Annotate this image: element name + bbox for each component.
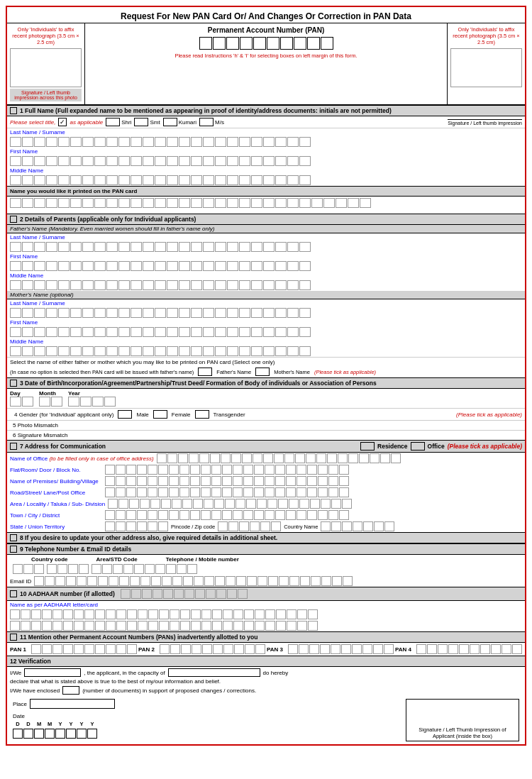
residence-checkbox[interactable] (360, 442, 375, 451)
middle-name-label: Middle Name (7, 167, 525, 175)
first-name-input (7, 155, 525, 167)
kumari-checkbox[interactable] (163, 118, 177, 126)
flat-label: Flat/Room/ Door / Block No. (10, 467, 102, 473)
place-input[interactable] (30, 699, 115, 709)
father-first-name-input (7, 260, 525, 272)
email-label: Email ID (10, 578, 31, 585)
fathers-name-checkbox[interactable] (198, 368, 212, 376)
place-row: Place (13, 699, 400, 709)
pan-center: Permanent Account Number (PAN) Please re… (85, 23, 447, 104)
town-input (105, 510, 522, 520)
flat-input (105, 465, 522, 475)
road-input (105, 487, 522, 497)
last-name-input (7, 136, 525, 148)
father-last-name-label: Last Name / Surname (7, 233, 525, 241)
pan-box[interactable] (213, 37, 226, 50)
year-label: Year (68, 390, 80, 397)
num-docs-input[interactable] (62, 686, 79, 695)
title-checked[interactable]: ✓ (58, 118, 67, 126)
pan-box[interactable] (240, 37, 253, 50)
pan2-input (160, 644, 265, 654)
area-label: Area / Locality / Taluka / Sub- Division (10, 501, 105, 507)
phone-boxes-row (10, 564, 522, 574)
pan-box[interactable] (294, 37, 306, 50)
smt-option: Smt (134, 118, 160, 126)
photo-box-left: Only 'Individuals' to affix recent photo… (7, 23, 85, 104)
country-input (321, 521, 394, 531)
name-print-input (7, 197, 525, 209)
date-label: Date (13, 713, 400, 719)
mothers-name-checkbox[interactable] (255, 368, 270, 376)
area-row: Area / Locality / Taluka / Sub- Division (7, 498, 525, 509)
email-row: Email ID (7, 575, 525, 587)
pan-box[interactable] (307, 37, 320, 50)
mother-middle-name-label: Middle Name (7, 338, 525, 346)
ms-option: M/s (199, 118, 224, 126)
aadhaar-name-input2 (7, 620, 525, 631)
shri-checkbox[interactable] (106, 118, 120, 126)
telephone-input (92, 564, 197, 574)
female-checkbox[interactable] (153, 410, 167, 419)
section10-checkbox[interactable] (10, 590, 17, 597)
office-checkbox[interactable] (411, 442, 425, 451)
section9-header: 9 Telephone Number & Email ID details (7, 543, 525, 555)
title-label: Please select title, (10, 119, 55, 126)
iwe-input[interactable] (24, 668, 81, 677)
declare-row: declare that what is stated above is tru… (10, 678, 522, 685)
place-date-col: Place Date D D M M Y Y Y Y (13, 699, 400, 739)
section8-checkbox[interactable] (10, 534, 17, 541)
section11-header: 11 Mention other Permanent Account Numbe… (7, 631, 525, 643)
pan-box[interactable] (321, 37, 333, 50)
office-note: (to be filled only in case of office add… (49, 455, 153, 462)
state-label: State / Union Territory (10, 524, 102, 530)
section1-header: 1 Full Name (Full expanded name to be me… (7, 105, 525, 116)
year-boxes (68, 397, 116, 407)
flat-row: Flat/Room/ Door / Block No. (7, 464, 525, 475)
aadhaar-name-label: Name as per AADHAAR letter/card (7, 601, 525, 609)
middle-name-input (7, 175, 525, 186)
mother-header: Mother's Name (optional) (7, 291, 525, 299)
town-label: Town / City / District (10, 512, 102, 519)
sig-box-right: Signature / Left Thumb Impression of App… (406, 699, 519, 741)
name-of-office-row: Name of Office (to be filled only in cas… (7, 453, 525, 464)
section9-checkbox[interactable] (10, 546, 17, 553)
bottom-section: Place Date D D M M Y Y Y Y (10, 697, 522, 743)
ms-checkbox[interactable] (199, 118, 214, 126)
country-label: Country Name (284, 524, 318, 530)
transgender-checkbox[interactable] (195, 410, 209, 419)
name-print-label: Name you would like it printed on the PA… (7, 186, 525, 197)
sig-bar-left: Signature / Left thumb impression across… (10, 89, 82, 101)
state-input (105, 521, 168, 531)
as-applicable: as applicable (70, 119, 103, 126)
form-title: Request For New PAN Card Or/ And Changes… (7, 7, 525, 23)
pan-box[interactable] (267, 37, 279, 50)
section5-row: 5 Photo Mismatch (7, 420, 525, 430)
sig-right: Signature / Left thumb impression (448, 119, 522, 126)
pan-box[interactable] (226, 37, 239, 50)
date-row: Date D D M M Y Y Y Y (13, 713, 400, 739)
section11-checkbox[interactable] (10, 634, 17, 641)
dob-section: Day Month Year (7, 389, 525, 408)
section2-checkbox[interactable] (10, 216, 17, 223)
verification-section: I/We , the applicant, in the capacity of… (7, 667, 525, 744)
male-checkbox[interactable] (118, 410, 132, 419)
shri-option: Shri (106, 118, 131, 126)
mother-first-name-input (7, 326, 525, 338)
pan-box[interactable] (253, 37, 266, 50)
enclosed-row: I/We have enclosed (number of documents)… (10, 686, 522, 695)
capacity-input[interactable] (168, 668, 260, 677)
section6-row: 6 Signature Mismatch (7, 430, 525, 440)
pan-box[interactable] (280, 37, 293, 50)
father-middle-name-label: Middle Name (7, 272, 525, 280)
section3-checkbox[interactable] (10, 380, 17, 387)
section1-checkbox[interactable] (10, 107, 17, 114)
mother-last-name-label: Last Name / Surname (7, 299, 525, 307)
state-pincode-row: State / Union Territory Pincode / Zip co… (7, 521, 525, 532)
photo-box-right: Only 'Individuals' to affix recent photo… (447, 23, 525, 104)
month-label: Month (39, 390, 56, 397)
pan3-input (288, 644, 394, 654)
smt-checkbox[interactable] (134, 118, 148, 126)
pan-box[interactable] (199, 37, 212, 50)
pan-label: Permanent Account Number (PAN) (87, 26, 445, 34)
section7-checkbox[interactable] (10, 443, 17, 450)
